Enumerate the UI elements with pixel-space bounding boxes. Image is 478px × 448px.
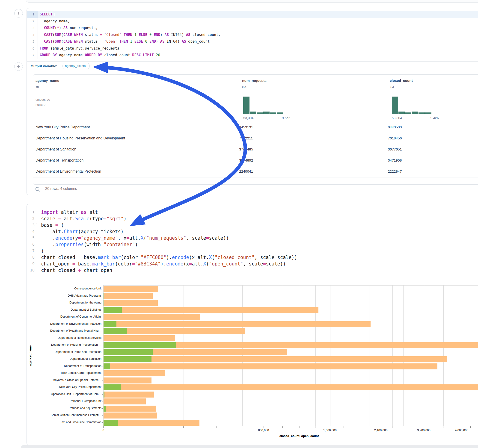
column-histogram <box>392 97 431 114</box>
x-tick <box>381 426 381 428</box>
bar-open-count <box>104 384 121 390</box>
gridline <box>264 286 264 426</box>
search-icon[interactable] <box>35 187 41 193</box>
column-type: str <box>36 85 39 89</box>
x-tick <box>242 426 242 428</box>
bar-closed-count <box>104 307 318 313</box>
code-line[interactable]: 3 COUNT(*) AS num_requests, <box>27 25 478 31</box>
x-tick <box>330 426 330 428</box>
column-header-closed_count[interactable]: closed_count <box>390 79 413 83</box>
column-type: i64 <box>242 85 246 89</box>
y-axis-label: Correspondence Unit <box>25 287 101 290</box>
column-stat: unique: 20 <box>36 98 50 101</box>
python-cell: 1import altair as alt2scale = alt.Scale(… <box>26 204 478 445</box>
x-tick <box>434 426 434 428</box>
bar-closed-count <box>104 335 175 341</box>
output-variable-pill[interactable]: agency_tickets <box>63 63 90 69</box>
code-line[interactable]: 1ˇSELECT <box>27 11 478 18</box>
table-cell: Department of Environmental Protection <box>36 169 101 174</box>
bar-closed-count <box>104 412 157 418</box>
x-tick <box>183 426 183 428</box>
table-cell: 3774892 <box>239 158 253 162</box>
x-tick <box>414 426 414 428</box>
bar-closed-count <box>104 406 156 412</box>
add-cell-button-middle[interactable]: + <box>14 62 23 71</box>
bar-closed-count <box>104 356 447 362</box>
gridline <box>471 286 471 426</box>
table-row[interactable]: New York City Police Department945313194… <box>33 122 478 133</box>
code-line[interactable]: 4 CAST(SUM(CASE WHEN status = 'Closed' T… <box>27 31 478 38</box>
table-cell: 3749485 <box>239 147 253 151</box>
gridline <box>381 286 381 426</box>
line-number: 1ˇ <box>27 11 38 18</box>
x-axis-tick-label: 1,600,000 <box>323 428 337 432</box>
chart-plot-area <box>103 285 478 426</box>
x-axis-tick-label: 4,000,000 <box>455 428 468 432</box>
x-tick <box>103 426 104 428</box>
bar-closed-count <box>104 286 158 292</box>
table-row[interactable]: Department of Transportation377489234719… <box>33 155 478 166</box>
y-tick <box>102 289 103 289</box>
y-axis-label: Department of Buildings <box>25 308 101 311</box>
line-number: 3 <box>27 25 38 31</box>
table-row[interactable]: Department of Housing Preservation and D… <box>33 133 478 144</box>
gridline <box>217 286 217 426</box>
code-text: SELECT <box>38 11 478 18</box>
y-tick <box>102 345 103 345</box>
table-footer: 20 rows, 4 columns <box>27 185 478 195</box>
y-axis-label: New York City Police Department <box>25 385 101 389</box>
code-line[interactable]: 6FROM sample_data.nyc.service_requests <box>27 45 478 52</box>
y-axis-label: Department of Homeless Services <box>25 336 101 339</box>
gridline <box>443 286 444 426</box>
y-tick <box>102 408 103 409</box>
y-axis-title: agency_name <box>29 345 32 366</box>
add-cell-button-top[interactable]: + <box>14 9 23 18</box>
x-axis-line <box>103 426 478 426</box>
bar-open-count <box>104 406 106 412</box>
y-axis-label: Taxi and Limousine Commission <box>25 421 101 424</box>
code-line[interactable]: 7GROUP BY agency_name ORDER BY closed_co… <box>27 52 478 59</box>
gridline <box>242 286 243 426</box>
table-cell: 2222847 <box>388 169 402 174</box>
x-tick <box>369 426 369 428</box>
code-line[interactable]: 2 agency_name, <box>27 18 478 25</box>
x-tick <box>392 426 392 428</box>
gridline <box>424 286 424 426</box>
line-number: 5 <box>27 38 38 45</box>
results-table: agency_namestrunique: 20nulls: 0num_requ… <box>33 75 478 185</box>
sql-editor[interactable]: 1ˇSELECT 2 agency_name,3 COUNT(*) AS num… <box>27 11 478 59</box>
line-number: 4 <box>27 31 38 38</box>
output-variable-label: Output variable: <box>31 64 57 68</box>
table-row[interactable]: Department of Sanitation37494853677651 <box>33 144 478 155</box>
bar-open-count <box>104 328 127 334</box>
y-axis-label: Operations Unit - Department of Hom… <box>25 392 101 396</box>
table-row[interactable]: Department of Environmental Protection22… <box>33 166 478 177</box>
bar-closed-count <box>104 321 371 327</box>
y-axis-label: Refunds and Adjustments <box>25 406 101 410</box>
sql-cell: 1ˇSELECT 2 agency_name,3 COUNT(*) AS num… <box>26 8 478 195</box>
column-header-num_requests[interactable]: num_requests <box>242 79 267 83</box>
line-number: 7 <box>27 52 38 59</box>
fold-chevron-icon[interactable]: ˇ <box>34 13 38 16</box>
code-text: FROM sample_data.nyc.service_requests <box>38 45 478 52</box>
previous-cell-bottom-edge <box>26 0 478 3</box>
y-tick <box>102 423 103 423</box>
table-row-divider <box>33 177 478 185</box>
y-tick <box>102 331 103 331</box>
bar-open-count <box>104 342 176 348</box>
y-axis-label: Mayorâ€ s Office of Special Enforce… <box>25 378 101 382</box>
table-cell: 2240041 <box>239 169 253 174</box>
bar-open-count <box>104 307 122 313</box>
gridline <box>414 286 414 426</box>
table-cell: 7618456 <box>388 136 402 140</box>
page-bottom-strip <box>21 445 478 448</box>
column-header-agency_name[interactable]: agency_name <box>36 79 59 83</box>
x-tick <box>300 426 300 428</box>
code-text: agency_name, <box>38 18 478 25</box>
code-line[interactable]: 5 CAST(SUM(CASE WHEN status = 'Open' THE… <box>27 38 478 45</box>
gridline <box>369 286 369 426</box>
table-cell: 3471908 <box>388 158 402 162</box>
bar-closed-count <box>104 300 158 306</box>
notebook-page: + + 1ˇSELECT 2 agency_name,3 COUNT(*) AS… <box>0 0 478 448</box>
y-tick <box>102 415 103 416</box>
